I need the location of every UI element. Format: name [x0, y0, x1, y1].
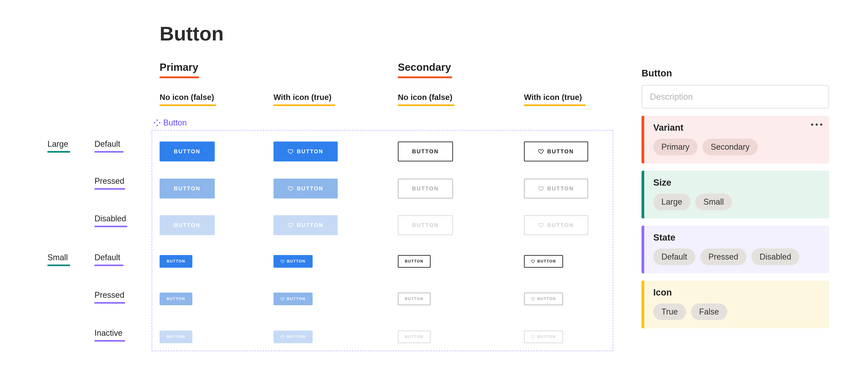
panel-group-icon-title: Icon [653, 287, 822, 297]
btn-secondary-sm-default-icon[interactable]: BUTTON [524, 255, 563, 268]
row-state-label: Pressed [94, 176, 124, 186]
subhead-label: No icon (false) [160, 93, 214, 101]
button-label: BUTTON [166, 296, 185, 301]
heart-icon [281, 335, 285, 339]
description-input[interactable] [642, 85, 829, 108]
panel-group-variant-title: Variant [653, 123, 822, 133]
btn-primary-sm-inactive-icon[interactable]: BUTTON [274, 331, 313, 343]
btn-secondary-lg-default[interactable]: BUTTON [398, 142, 453, 161]
column-head-primary-label: Primary [160, 61, 198, 73]
row-state-default-sm: Default [94, 253, 123, 266]
panel-group-state: State Default Pressed Disabled [642, 226, 829, 273]
btn-primary-sm-default-icon[interactable]: BUTTON [274, 255, 313, 268]
row-state-pressed-lg: Pressed [94, 176, 125, 190]
component-tag-label: Button [163, 118, 187, 127]
btn-secondary-lg-pressed-icon[interactable]: BUTTON [524, 179, 588, 198]
btn-secondary-sm-default[interactable]: BUTTON [398, 255, 431, 268]
subhead-secondary-withicon: With icon (true) [524, 93, 585, 106]
column-head-primary: Primary [160, 61, 199, 78]
heart-icon [288, 186, 293, 191]
chip-state-disabled[interactable]: Disabled [751, 249, 799, 265]
page-title: Button [160, 22, 223, 45]
button-label: BUTTON [412, 185, 439, 192]
button-label: BUTTON [547, 148, 574, 155]
btn-secondary-sm-inactive[interactable]: BUTTON [398, 331, 431, 343]
button-label: BUTTON [174, 148, 200, 155]
button-label: BUTTON [537, 259, 556, 263]
chip-icon-false[interactable]: False [691, 304, 727, 320]
btn-secondary-lg-disabled[interactable]: BUTTON [398, 215, 453, 235]
panel-group-variant: Variant Primary Secondary [642, 116, 829, 163]
heart-icon [531, 259, 535, 263]
underline [398, 76, 452, 78]
row-size-large: Large [48, 139, 70, 153]
heart-icon [288, 149, 293, 154]
row-state-label: Pressed [94, 290, 124, 300]
subhead-primary-noicon: No icon (false) [160, 93, 216, 106]
btn-primary-lg-disabled[interactable]: BUTTON [160, 215, 215, 235]
row-state-label: Default [94, 253, 120, 262]
chip-icon-true[interactable]: True [653, 304, 686, 320]
row-size-small-label: Small [48, 253, 68, 262]
row-size-large-label: Large [48, 139, 68, 149]
underline [160, 104, 216, 106]
btn-primary-lg-pressed-icon[interactable]: BUTTON [274, 179, 338, 198]
heart-icon [538, 186, 544, 191]
panel-title: Button [642, 68, 829, 79]
underline [524, 104, 585, 106]
chip-state-pressed[interactable]: Pressed [700, 249, 746, 265]
heart-icon [288, 222, 293, 228]
chip-variant-primary[interactable]: Primary [653, 138, 698, 155]
btn-secondary-sm-inactive-icon[interactable]: BUTTON [524, 331, 563, 343]
underline [94, 340, 125, 342]
chip-size-large[interactable]: Large [653, 193, 690, 210]
chip-state-default[interactable]: Default [653, 249, 695, 265]
row-state-inactive-sm: Inactive [94, 328, 125, 342]
button-label: BUTTON [537, 335, 556, 339]
subhead-primary-withicon: With icon (true) [274, 93, 335, 106]
column-head-secondary-label: Secondary [398, 61, 451, 73]
subhead-secondary-noicon: No icon (false) [398, 93, 454, 106]
chip-variant-secondary[interactable]: Secondary [703, 138, 758, 155]
component-icon [153, 119, 161, 127]
underline [48, 151, 70, 153]
button-label: BUTTON [287, 259, 306, 263]
row-state-disabled-lg: Disabled [94, 214, 127, 227]
btn-secondary-lg-disabled-icon[interactable]: BUTTON [524, 215, 588, 235]
component-tag[interactable]: Button [153, 118, 187, 127]
heart-icon [531, 335, 535, 339]
btn-secondary-lg-pressed[interactable]: BUTTON [398, 179, 453, 198]
subhead-label: With icon (true) [524, 93, 582, 101]
button-label: BUTTON [405, 335, 424, 339]
underline [94, 188, 125, 190]
btn-primary-sm-pressed[interactable]: BUTTON [160, 292, 192, 305]
button-label: BUTTON [297, 148, 323, 155]
btn-secondary-lg-default-icon[interactable]: BUTTON [524, 142, 588, 161]
more-icon[interactable] [811, 123, 822, 126]
underline [398, 104, 454, 106]
underline [94, 226, 127, 227]
subhead-label: With icon (true) [274, 93, 331, 101]
btn-primary-sm-pressed-icon[interactable]: BUTTON [274, 292, 313, 305]
btn-primary-lg-default-icon[interactable]: BUTTON [274, 142, 338, 161]
column-head-secondary: Secondary [398, 61, 452, 78]
btn-primary-lg-disabled-icon[interactable]: BUTTON [274, 215, 338, 235]
row-state-default-lg: Default [94, 139, 123, 153]
btn-secondary-sm-pressed-icon[interactable]: BUTTON [524, 292, 563, 305]
btn-primary-lg-pressed[interactable]: BUTTON [160, 179, 215, 198]
button-label: BUTTON [412, 148, 439, 155]
button-label: BUTTON [166, 335, 185, 339]
heart-icon [531, 297, 535, 301]
button-label: BUTTON [405, 296, 424, 301]
chip-size-small[interactable]: Small [695, 193, 732, 210]
button-label: BUTTON [547, 222, 574, 228]
btn-secondary-sm-pressed[interactable]: BUTTON [398, 292, 431, 305]
heart-icon [538, 222, 544, 228]
panel-group-size-title: Size [653, 178, 822, 188]
btn-primary-sm-inactive[interactable]: BUTTON [160, 331, 192, 343]
btn-primary-lg-default[interactable]: BUTTON [160, 142, 215, 161]
row-size-small: Small [48, 253, 70, 266]
properties-panel: Button Variant Primary Secondary Size La… [642, 68, 829, 328]
btn-primary-sm-default[interactable]: BUTTON [160, 255, 192, 268]
selection-frame [151, 130, 614, 351]
